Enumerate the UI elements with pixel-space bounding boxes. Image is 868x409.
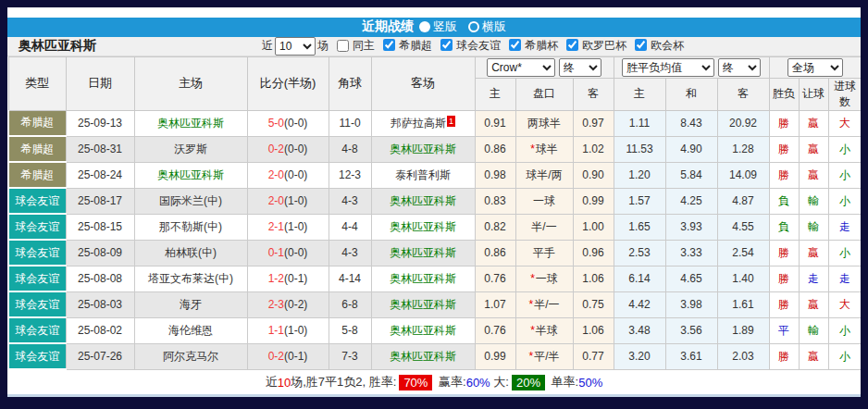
full-score: 1-2 <box>268 272 284 285</box>
league-label-0[interactable]: 希腊超 <box>399 39 432 52</box>
handicap-home-odds-cell: 1.07 <box>475 291 515 317</box>
league-checkbox-1[interactable] <box>440 39 453 51</box>
half-score: (0-2) <box>284 298 307 311</box>
handicap-group-header: Crow* 终 <box>475 56 614 78</box>
league-label-2[interactable]: 希腊杯 <box>525 39 558 52</box>
avg-draw-odds-cell: 3.61 <box>665 343 717 369</box>
home-team-cell: 海牙 <box>134 291 247 317</box>
handicap-home-odds-cell: 0.86 <box>475 240 515 266</box>
league-cell: 希腊超 <box>8 136 66 162</box>
avg-home-odds-cell: 3.48 <box>614 317 665 343</box>
handicap-away-odds-cell: 0.96 <box>573 240 614 266</box>
summary-record: 场,胜7平1负2, 胜率: <box>291 374 396 390</box>
away-team-name: 奥林匹亚科斯 <box>390 298 456 311</box>
league-checkbox-2[interactable] <box>509 39 521 51</box>
handicap-cell: 半/一 <box>515 214 573 240</box>
same-home-checkbox[interactable] <box>337 40 349 52</box>
col-header-corners: 角球 <box>329 56 371 110</box>
league-checkbox-4[interactable] <box>635 39 647 51</box>
away-team-name: 奥林匹亚科斯 <box>390 220 456 233</box>
away-team-name: 泰利普利斯 <box>395 168 451 181</box>
scope-select[interactable]: 全场 <box>787 58 843 77</box>
half-score: (0-0) <box>284 168 307 181</box>
sub-header-result: 胜负 <box>769 78 799 110</box>
average-select[interactable]: 胜平负均值 <box>622 58 714 77</box>
match-row: 球会友谊25-08-02海伦维恩1-1(1-0)5-8奥林匹亚科斯0.76*半球… <box>8 317 861 343</box>
radio-horizontal-label[interactable]: 横版 <box>482 19 506 35</box>
full-score: 2-0 <box>268 194 284 207</box>
match-count-select[interactable]: 10 <box>275 37 316 56</box>
average-group-header: 胜平负均值 终 <box>614 56 769 78</box>
average-time-select[interactable]: 终 <box>718 58 761 77</box>
score-cell: 2-0(0-0) <box>247 162 329 188</box>
big-rate-badge: 20% <box>512 375 545 390</box>
date-cell: 25-08-02 <box>66 317 134 343</box>
same-home-label[interactable]: 同主 <box>353 38 375 54</box>
avg-draw-odds-cell: 3.33 <box>665 240 717 266</box>
score-cell: 5-0(0-0) <box>247 110 329 136</box>
letball-result-cell: 走 <box>799 266 828 291</box>
away-team-name: 奥林匹亚科斯 <box>390 324 456 337</box>
radio-vertical-selected-icon[interactable] <box>419 21 430 32</box>
league-label-3[interactable]: 欧罗巴杯 <box>582 39 626 52</box>
away-team-cell: 奥林匹亚科斯 <box>371 317 475 343</box>
avg-away-odds-cell: 1.61 <box>717 291 769 317</box>
result-cell: 勝 <box>769 343 799 369</box>
away-team-name: 邦萨拉高斯 <box>391 117 446 130</box>
away-team-cell: 奥林匹亚科斯 <box>371 188 475 214</box>
summary-prefix: 近 <box>266 374 278 390</box>
away-team-name: 奥林匹亚科斯 <box>390 246 456 259</box>
league-label-4[interactable]: 欧会杯 <box>651 39 684 52</box>
handicap-home-odds-cell: 0.98 <box>475 162 515 188</box>
radio-horizontal-icon[interactable] <box>468 21 479 32</box>
odds-company-select[interactable]: Crow* <box>487 58 555 77</box>
handicap-cell: *一球 <box>515 266 573 291</box>
radio-vertical-label[interactable]: 竖版 <box>433 19 457 35</box>
handicap-value: 平手 <box>533 246 555 259</box>
avg-draw-odds-cell: 4.25 <box>665 188 717 214</box>
odds-time-select[interactable]: 终 <box>559 58 601 77</box>
score-cell: 2-0(1-0) <box>247 188 329 214</box>
league-checkbox-0[interactable] <box>383 39 395 51</box>
home-team-cell: 阿尔克马尔 <box>134 343 247 369</box>
result-cell: 負 <box>769 188 799 214</box>
home-team-cell: 沃罗斯 <box>134 136 247 162</box>
handicap-cell: 一球 <box>515 188 573 214</box>
handicap-value: 平/半 <box>534 350 559 363</box>
goals-result-cell: 大 <box>828 110 861 136</box>
window-frame: 近期战绩 竖版 横版 奥林匹亚科斯 近 10 场 同主 希腊超球会友谊希腊杯欧罗… <box>0 0 868 409</box>
match-row: 希腊超25-09-13奥林匹亚科斯5-0(0-0)11-0邦萨拉高斯10.91两… <box>8 110 861 136</box>
result-cell: 勝 <box>769 136 799 162</box>
home-team-name: 奥林匹亚科斯 <box>157 168 224 181</box>
handicap-value: 一球 <box>536 272 558 285</box>
win-rate-badge: 70% <box>399 375 432 390</box>
handicap-home-odds-cell: 0.76 <box>475 266 515 291</box>
single-rate-label: 单率: <box>548 374 578 390</box>
home-team-cell: 那不勒斯(中) <box>134 214 247 240</box>
score-cell: 0-1(0-0) <box>247 240 329 266</box>
away-team-cell: 奥林匹亚科斯 <box>371 240 475 266</box>
title-bar: 近期战绩 竖版 横版 <box>7 18 861 37</box>
letball-result-cell: 贏 <box>799 162 828 188</box>
date-cell: 25-08-03 <box>66 291 134 317</box>
handicap-value: 球半/两 <box>526 168 562 181</box>
match-row: 球会友谊25-08-17国际米兰(中)2-0(1-0)4-3奥林匹亚科斯0.83… <box>8 188 861 214</box>
goals-result-cell: 小 <box>828 240 861 266</box>
half-score: (0-0) <box>284 143 307 155</box>
away-team-cell: 奥林匹亚科斯 <box>371 266 475 291</box>
avg-draw-odds-cell: 3.98 <box>665 291 717 317</box>
avg-away-odds-cell: 1.40 <box>717 266 769 291</box>
near-label: 近 <box>262 38 273 54</box>
league-label-1[interactable]: 球会友谊 <box>456 39 501 52</box>
scope-group-header: 全场 <box>769 56 861 78</box>
handicap-home-odds-cell: 0.76 <box>475 317 515 343</box>
avg-draw-odds-cell: 4.65 <box>665 266 717 291</box>
result-cell: 勝 <box>769 266 799 291</box>
handicap-away-odds-cell: 0.77 <box>573 343 614 369</box>
corners-cell: 11-0 <box>329 110 371 136</box>
avg-draw-odds-cell: 5.84 <box>665 162 717 188</box>
avg-home-odds-cell: 1.65 <box>614 214 665 240</box>
league-cell: 球会友谊 <box>8 291 66 317</box>
league-checkbox-3[interactable] <box>566 39 578 51</box>
half-score: (1-0) <box>284 324 307 337</box>
